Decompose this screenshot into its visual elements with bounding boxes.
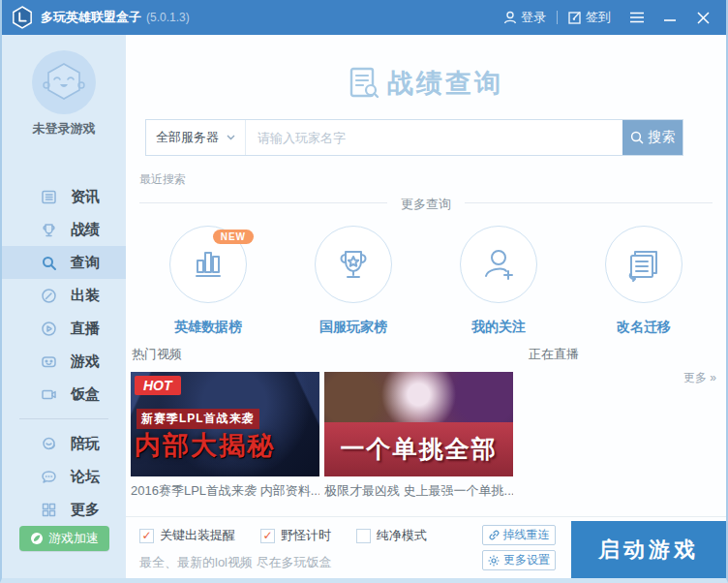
sidebar-item-live[interactable]: 直播 (2, 312, 126, 345)
titlebar-separator (557, 11, 558, 24)
headset-icon (41, 436, 57, 452)
jungle-timer-checkbox[interactable]: ✓ 野怪计时 (260, 527, 331, 544)
menu-button[interactable] (623, 6, 651, 29)
option-checkboxes: ✓ 关键出装提醒 ✓ 野怪计时 ✓ 纯净模式 (139, 527, 427, 544)
hot-videos-header: 热门视频 (132, 346, 182, 363)
recent-search-label: 最近搜索 (139, 171, 186, 188)
sidebar-nav: 资讯 战绩 查询 出装 直播 (2, 180, 126, 526)
game-boost-label: 游戏加速 (48, 530, 99, 547)
app-window: 多玩英雄联盟盒子 (5.0.1.3) 登录 签到 (0, 0, 728, 583)
settings-label: 更多设置 (503, 552, 550, 568)
sidebar-item-games[interactable]: 游戏 (2, 345, 126, 378)
sidebar-item-label: 查询 (71, 254, 100, 272)
my-follows-circle (460, 226, 537, 303)
player-search-input[interactable] (246, 120, 622, 155)
reconnect-label: 掉线重连 (503, 527, 550, 543)
sidebar-item-news[interactable]: 资讯 (2, 180, 126, 213)
server-dropdown-value: 全部服务器 (156, 129, 219, 146)
sidebar-item-query[interactable]: 查询 (2, 246, 126, 279)
hot-badge: HOT (135, 376, 181, 395)
gamepad-icon (41, 353, 57, 370)
query-item-label: 我的关注 (471, 319, 526, 336)
link-icon (489, 530, 500, 540)
sidebar-item-companion[interactable]: 陪玩 (2, 427, 126, 460)
new-badge: NEW (213, 230, 254, 244)
bar-chart-icon (189, 245, 228, 284)
checkbox-label: 纯净模式 (377, 527, 427, 544)
checkbox-label: 野怪计时 (281, 527, 331, 544)
news-icon (41, 189, 57, 205)
sidebar-item-matches[interactable]: 战绩 (2, 213, 126, 246)
checkbox-label: 关键出装提醒 (160, 527, 235, 544)
more-link[interactable]: 更多 » (683, 370, 716, 386)
login-button[interactable]: 登录 (503, 9, 546, 26)
close-icon (697, 12, 710, 24)
video-thumbnail-solo[interactable]: 一个单挑全部 (324, 372, 513, 476)
play-icon (41, 321, 57, 337)
game-boost-button[interactable]: 游戏加速 (19, 526, 109, 551)
signin-button[interactable]: 签到 (568, 9, 611, 26)
rename-transfer-item[interactable]: 改名迁移 (591, 226, 697, 336)
match-query-icon (349, 67, 379, 100)
player-rank-circle (315, 226, 392, 303)
add-user-icon (478, 244, 519, 285)
trophy-icon (41, 222, 57, 238)
rename-transfer-circle (605, 226, 682, 303)
signin-label: 签到 (586, 9, 611, 26)
sidebar-item-label: 陪玩 (71, 435, 100, 453)
sidebar-item-label: 更多 (71, 501, 100, 519)
sidebar-item-label: 直播 (71, 320, 100, 338)
video-caption[interactable]: 极限才最凶残 史上最强一个单挑... (324, 482, 513, 500)
sidebar-item-label: 饭盒 (71, 385, 100, 404)
key-build-reminder-checkbox[interactable]: ✓ 关键出装提醒 (139, 527, 235, 544)
video-thumbnail-lpl[interactable]: HOT 新赛季LPL首战来袭 内部大揭秘 (131, 372, 319, 476)
sidebar: 未登录游戏 资讯 战绩 查询 出装 (2, 35, 126, 578)
sidebar-item-forum[interactable]: 论坛 (2, 460, 126, 493)
promo-text: 最全、最新的lol视频 尽在多玩饭盒 (139, 554, 332, 571)
avatar-face-icon (41, 59, 87, 106)
sidebar-divider (19, 418, 108, 419)
grid-icon (41, 502, 57, 518)
server-player-rank-item[interactable]: 国服玩家榜 (300, 226, 407, 336)
sidebar-item-fanbox[interactable]: 饭盒 (2, 378, 126, 411)
app-title: 多玩英雄联盟盒子 (41, 9, 141, 26)
title-bar: 多玩英雄联盟盒子 (5.0.1.3) 登录 签到 (0, 0, 728, 35)
hamburger-icon (629, 12, 645, 23)
chat-icon (41, 469, 57, 485)
thumbnail-art (324, 372, 513, 422)
more-settings-button[interactable]: 更多设置 (482, 550, 556, 570)
search-button[interactable]: 搜索 (622, 120, 682, 155)
sidebar-item-more[interactable]: 更多 (2, 493, 126, 526)
more-query-label: 更多查询 (387, 197, 465, 211)
minimize-button[interactable] (656, 6, 683, 29)
server-dropdown[interactable]: 全部服务器 (146, 120, 246, 155)
my-follows-item[interactable]: 我的关注 (445, 226, 552, 336)
video-caption[interactable]: 2016赛季LPL首战来袭 内部资料... (131, 482, 319, 500)
sidebar-item-label: 战绩 (71, 221, 100, 239)
checkbox-box: ✓ (139, 529, 154, 543)
avatar[interactable] (32, 50, 96, 114)
sidebar-item-builds[interactable]: 出装 (2, 279, 126, 312)
thumbnail-banner: 一个单挑全部 (324, 422, 513, 476)
checkbox-box: ✓ (260, 529, 275, 543)
sidebar-item-label: 出装 (71, 287, 100, 305)
search-icon (41, 255, 57, 271)
boost-icon (30, 532, 44, 545)
gear-icon (488, 555, 500, 567)
main-content: 战绩查询 全部服务器 搜索 最近搜索 更多查询 (126, 35, 726, 578)
search-bar: 全部服务器 搜索 (145, 119, 683, 156)
launch-game-button[interactable]: 启动游戏 (571, 521, 726, 579)
sidebar-item-label: 论坛 (71, 468, 100, 486)
reconnect-button[interactable]: 掉线重连 (482, 525, 556, 545)
trophy-star-icon (333, 244, 374, 285)
pencil-icon (41, 288, 57, 304)
page-title: 战绩查询 (126, 66, 726, 101)
pure-mode-checkbox[interactable]: ✓ 纯净模式 (356, 527, 427, 544)
search-icon (630, 131, 644, 144)
hero-stats-rank-item[interactable]: NEW 英雄数据榜 (155, 226, 261, 336)
sidebar-item-label: 游戏 (71, 353, 100, 371)
query-item-label: 英雄数据榜 (174, 319, 242, 336)
more-query-divider: 更多查询 (139, 202, 713, 222)
close-button[interactable] (689, 6, 716, 29)
query-item-label: 改名迁移 (617, 319, 671, 336)
